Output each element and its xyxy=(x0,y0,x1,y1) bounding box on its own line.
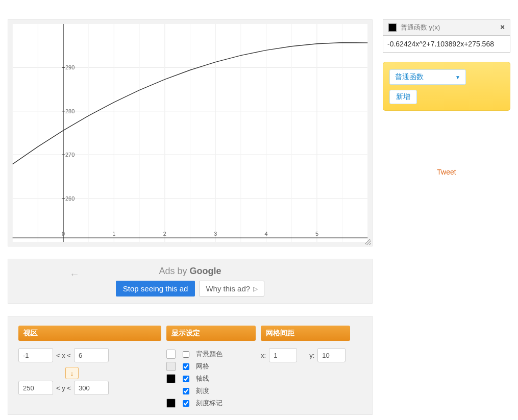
display-option-label: 背景颜色 xyxy=(196,350,223,359)
grid-x-label: x: xyxy=(261,352,266,359)
svg-text:1: 1 xyxy=(112,231,115,237)
grid-x-input[interactable] xyxy=(269,348,297,362)
display-option-row: 轴线 xyxy=(166,373,261,385)
svg-text:3: 3 xyxy=(214,231,217,237)
display-option-label: 刻度标记 xyxy=(196,399,223,408)
grid-y-label: y: xyxy=(309,352,314,359)
display-option-checkbox[interactable] xyxy=(183,388,189,394)
ads-google: Google xyxy=(190,266,221,276)
add-function-panel: 普通函数 ▼ 新增 xyxy=(383,62,510,111)
resize-handle-icon[interactable] xyxy=(365,239,371,245)
display-header: 显示设定 xyxy=(166,326,256,341)
svg-text:4: 4 xyxy=(265,231,268,237)
swap-icon: ↓ xyxy=(70,369,74,377)
ads-title: Ads by Google xyxy=(159,266,221,277)
view-section: 视区 < x < ↓ < y < xyxy=(18,326,166,409)
svg-text:260: 260 xyxy=(65,195,75,202)
display-option-row: 刻度标记 xyxy=(166,397,261,409)
display-option-label: 轴线 xyxy=(196,374,209,383)
swap-axes-button[interactable]: ↓ xyxy=(65,367,79,379)
display-section: 显示设定 背景颜色网格轴线刻度刻度标记 xyxy=(166,326,261,409)
view-header: 视区 xyxy=(18,326,161,341)
xmax-input[interactable] xyxy=(74,348,109,362)
ads-prefix: Ads by xyxy=(159,266,189,276)
tweet-link[interactable]: Tweet xyxy=(383,168,510,176)
function-type-select[interactable]: 普通函数 ▼ xyxy=(389,69,466,85)
svg-text:2: 2 xyxy=(163,231,166,237)
display-option-checkbox[interactable] xyxy=(183,376,189,382)
y-range-label: < y < xyxy=(56,384,71,392)
color-swatch[interactable] xyxy=(166,399,176,408)
display-option-label: 刻度 xyxy=(196,386,209,396)
function-type-label: 普通函数 xyxy=(395,72,424,82)
chart-svg: 012345260270280290 xyxy=(12,24,368,242)
chevron-down-icon: ▼ xyxy=(455,75,460,80)
display-option-row: 刻度 xyxy=(166,385,261,397)
svg-text:280: 280 xyxy=(65,108,75,114)
x-range-label: < x < xyxy=(56,352,71,359)
back-arrow-icon[interactable]: ← xyxy=(69,268,80,280)
ads-panel: ← Ads by Google Stop seeing this ad Why … xyxy=(8,259,373,304)
why-this-ad-label: Why this ad? xyxy=(206,284,250,293)
xmin-input[interactable] xyxy=(18,348,53,362)
grid-section: 网格间距 x: y: xyxy=(261,326,355,409)
ymax-input[interactable] xyxy=(74,381,109,395)
chart-panel: 012345260270280290 xyxy=(8,19,373,246)
adchoices-icon: ▷ xyxy=(253,285,258,292)
grid-header: 网格间距 xyxy=(261,326,350,341)
color-swatch[interactable] xyxy=(166,374,176,383)
display-option-checkbox[interactable] xyxy=(183,363,189,370)
chart-plot-area[interactable]: 012345260270280290 xyxy=(12,24,368,242)
display-option-row: 背景颜色 xyxy=(166,348,261,360)
color-swatch[interactable] xyxy=(166,362,176,371)
function-color-swatch[interactable] xyxy=(388,23,397,32)
svg-text:270: 270 xyxy=(65,152,75,158)
stop-seeing-ad-button[interactable]: Stop seeing this ad xyxy=(116,281,195,297)
grid-y-input[interactable] xyxy=(317,348,346,362)
display-option-checkbox[interactable] xyxy=(183,400,189,407)
function-header: 普通函数 y(x) × xyxy=(383,19,510,35)
display-option-checkbox[interactable] xyxy=(183,351,189,358)
close-icon[interactable]: × xyxy=(500,22,505,31)
settings-panel: 视区 < x < ↓ < y < 显示设定 背景颜色网格轴线刻度刻度标记 xyxy=(8,316,373,415)
why-this-ad-button[interactable]: Why this ad? ▷ xyxy=(199,281,264,297)
color-swatch[interactable] xyxy=(166,350,176,359)
ymin-input[interactable] xyxy=(18,381,53,395)
svg-text:5: 5 xyxy=(315,231,318,237)
function-expression-input[interactable] xyxy=(383,35,510,53)
display-option-label: 网格 xyxy=(196,362,209,371)
display-option-row: 网格 xyxy=(166,360,261,373)
function-title: 普通函数 y(x) xyxy=(401,23,440,32)
svg-text:0: 0 xyxy=(62,231,65,237)
add-function-button[interactable]: 新增 xyxy=(389,90,417,104)
svg-text:290: 290 xyxy=(65,64,75,70)
